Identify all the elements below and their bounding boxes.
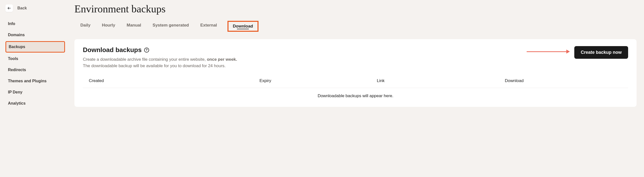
tab-hourly[interactable]: Hourly [101, 21, 116, 32]
tab-external[interactable]: External [200, 21, 218, 32]
card-description: Create a downloadable archive file conta… [83, 56, 237, 69]
table-empty-state: Downloadable backups will appear here. [83, 88, 628, 100]
sidebar-item-themes-plugins[interactable]: Themes and Plugins [6, 76, 65, 86]
back-row: Back [6, 4, 70, 12]
card-desc-strong: once per week. [207, 57, 237, 62]
sidebar-item-analytics[interactable]: Analytics [6, 98, 65, 108]
tab-system-generated[interactable]: System generated [152, 21, 190, 32]
card-header: Download backups ? Create a downloadable… [83, 46, 628, 69]
table-header-expiry: Expiry [260, 78, 377, 83]
sidebar-item-ip-deny[interactable]: IP Deny [6, 87, 65, 97]
tab-download-label: Download [233, 24, 253, 28]
card-title-row: Download backups ? [83, 46, 237, 54]
arrow-head-icon [566, 50, 570, 54]
sidebar-item-domains[interactable]: Domains [6, 30, 65, 40]
tab-manual[interactable]: Manual [126, 21, 142, 32]
table-header-link: Link [377, 78, 505, 83]
table-header-download: Download [505, 78, 622, 83]
table-header-created: Created [89, 78, 260, 83]
main-content: Environment backups Daily Hourly Manual … [70, 0, 644, 177]
tab-underline [237, 29, 249, 29]
card-title: Download backups [83, 46, 142, 54]
annotation-arrow [527, 50, 570, 54]
create-backup-now-button[interactable]: Create backup now [574, 46, 628, 59]
card-desc-line2: The downloadable backup will be availabl… [83, 64, 226, 68]
table-header-row: Created Expiry Link Download [83, 74, 628, 88]
download-backups-card: Download backups ? Create a downloadable… [74, 39, 636, 107]
help-icon[interactable]: ? [144, 48, 149, 52]
arrow-left-icon [7, 6, 11, 10]
tab-daily[interactable]: Daily [80, 21, 92, 32]
sidebar-nav: Info Domains Backups Tools Redirects The… [6, 19, 70, 108]
back-label: Back [17, 6, 27, 10]
page-title: Environment backups [74, 3, 636, 15]
sidebar: Back Info Domains Backups Tools Redirect… [0, 0, 70, 177]
tabs: Daily Hourly Manual System generated Ext… [74, 21, 636, 32]
sidebar-item-backups[interactable]: Backups [6, 41, 65, 52]
sidebar-item-redirects[interactable]: Redirects [6, 65, 65, 75]
card-header-left: Download backups ? Create a downloadable… [83, 46, 237, 69]
card-header-right: Create backup now [527, 46, 628, 59]
sidebar-item-tools[interactable]: Tools [6, 54, 65, 64]
sidebar-item-info[interactable]: Info [6, 19, 65, 29]
back-button[interactable] [6, 4, 13, 12]
arrow-line [527, 51, 566, 52]
card-desc-pre: Create a downloadable archive file conta… [83, 57, 207, 62]
tab-download[interactable]: Download [228, 21, 258, 32]
backups-table: Created Expiry Link Download Downloadabl… [83, 74, 628, 100]
